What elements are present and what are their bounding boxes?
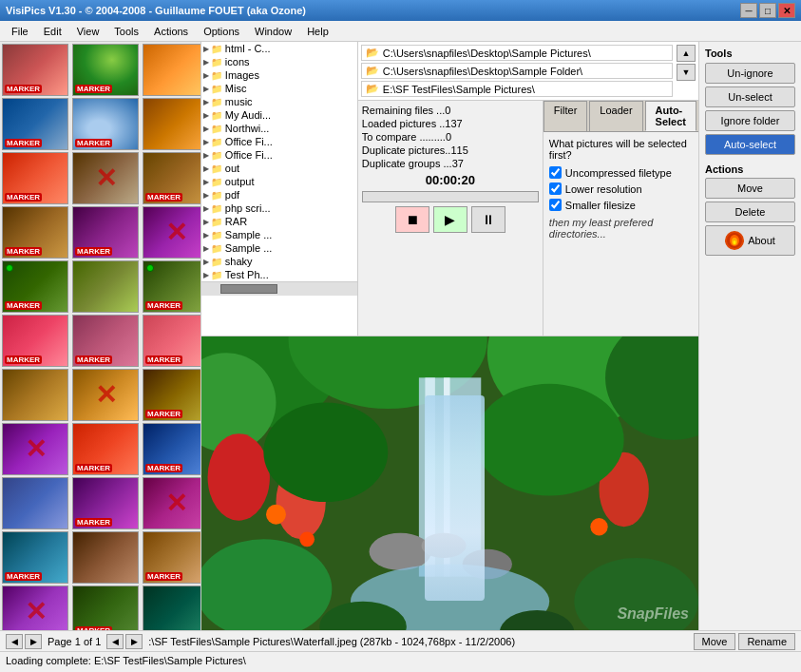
tree-item-out[interactable]: ▶ 📁 out xyxy=(201,162,357,175)
list-item[interactable]: MARKER xyxy=(72,477,139,529)
horizontal-scrollbar[interactable] xyxy=(201,281,357,296)
list-item[interactable]: ✕ xyxy=(2,586,68,630)
list-item[interactable]: MARKER xyxy=(2,315,68,367)
tree-item-north[interactable]: ▶ 📁 Northwi... xyxy=(201,122,357,135)
tree-item-images[interactable]: ▶ 📁 Images xyxy=(201,68,357,82)
lower-resolution-checkbox[interactable] xyxy=(549,182,562,195)
file-path-1[interactable]: 📂 C:\Users\snapfiles\Desktop\Sample Pict… xyxy=(361,45,673,61)
uncompressed-checkbox[interactable] xyxy=(549,166,562,179)
menu-help[interactable]: Help xyxy=(299,24,336,39)
folder-icon: 📁 xyxy=(211,203,222,214)
list-item[interactable] xyxy=(143,586,201,630)
list-item[interactable]: MARKER xyxy=(143,531,201,584)
folder-tree[interactable]: ▶ 📁 html - C... ▶ 📁 icons ▶ 📁 Images ▶ 📁 xyxy=(201,42,358,336)
tree-item-office1[interactable]: ▶ 📁 Office Fi... xyxy=(201,135,357,148)
status-move-button[interactable]: Move xyxy=(694,633,736,650)
menu-view[interactable]: View xyxy=(69,24,107,39)
green-indicator xyxy=(6,264,13,272)
tree-item-office2[interactable]: ▶ 📁 Office Fi... xyxy=(201,148,357,162)
list-item[interactable]: MARKER xyxy=(72,315,139,367)
list-item[interactable] xyxy=(2,477,68,529)
option-uncompressed[interactable]: Uncompressed filetype xyxy=(549,166,693,179)
list-item[interactable]: MARKER xyxy=(2,98,68,150)
list-item[interactable]: ✕ xyxy=(143,477,201,529)
thumbnail-grid: MARKER MARKER MARKER MARKER MARKER ✕ xyxy=(0,42,200,630)
option-lower-resolution[interactable]: Lower resolution xyxy=(549,182,693,195)
ignore-folder-button[interactable]: Ignore folder xyxy=(705,110,795,131)
tree-item-testph[interactable]: ▶ 📁 Test Ph... xyxy=(201,268,357,281)
tree-item-sample2[interactable]: ▶ 📁 Sample ... xyxy=(201,241,357,255)
status-rename-button[interactable]: Rename xyxy=(738,633,795,650)
list-item[interactable]: MARKER xyxy=(72,206,139,259)
maximize-button[interactable]: □ xyxy=(759,3,776,18)
nav-right-button[interactable]: ▶ xyxy=(125,634,143,649)
delete-button[interactable]: Delete xyxy=(705,202,795,222)
menu-window[interactable]: Window xyxy=(247,24,299,39)
folder-icon: 📁 xyxy=(211,190,222,201)
svg-point-16 xyxy=(421,533,466,558)
menu-tools[interactable]: Tools xyxy=(106,24,146,39)
tree-item-icons[interactable]: ▶ 📁 icons xyxy=(201,55,357,68)
menu-file[interactable]: File xyxy=(4,24,36,39)
path-down-button[interactable]: ▼ xyxy=(677,64,696,81)
list-item[interactable]: MARKER xyxy=(72,98,139,150)
list-item[interactable]: ✕ xyxy=(72,152,139,204)
nav-left-button[interactable]: ◀ xyxy=(106,634,124,649)
list-item[interactable]: MARKER xyxy=(72,423,139,475)
list-item[interactable]: MARKER xyxy=(2,260,68,313)
tree-expand-icon: ▶ xyxy=(203,218,209,226)
tree-item-html[interactable]: ▶ 📁 html - C... xyxy=(201,42,357,55)
smaller-filesize-checkbox[interactable] xyxy=(549,199,562,211)
tree-item-shaky[interactable]: ▶ 📁 shaky xyxy=(201,255,357,268)
tree-item-music[interactable]: ▶ 📁 music xyxy=(201,95,357,108)
list-item[interactable]: ✕ xyxy=(72,369,139,421)
tab-loader[interactable]: Loader xyxy=(589,101,642,131)
tree-item-misc[interactable]: ▶ 📁 Misc xyxy=(201,82,357,95)
list-item[interactable]: MARKER xyxy=(2,531,68,584)
tree-item-pdf[interactable]: ▶ 📁 pdf xyxy=(201,188,357,202)
page-next-button[interactable]: ▶ xyxy=(25,634,42,649)
list-item[interactable]: MARKER xyxy=(72,44,139,96)
file-path-3[interactable]: 📂 E:\SF TestFiles\Sample Pictures\ xyxy=(361,81,673,97)
page-prev-button[interactable]: ◀ xyxy=(6,634,23,649)
list-item[interactable]: MARKER xyxy=(2,206,68,259)
list-item[interactable]: ✕ xyxy=(143,206,201,259)
list-item[interactable] xyxy=(72,260,139,313)
list-item[interactable]: MARKER xyxy=(72,586,139,630)
tree-item-rar[interactable]: ▶ 📁 RAR xyxy=(201,215,357,228)
list-item[interactable]: MARKER xyxy=(143,369,201,421)
stop-button[interactable]: ⏹ xyxy=(395,206,429,233)
file-path-2[interactable]: 📂 C:\Users\snapfiles\Desktop\Sample Fold… xyxy=(361,63,673,79)
list-item[interactable]: MARKER xyxy=(143,152,201,204)
tree-item-output[interactable]: ▶ 📁 output xyxy=(201,175,357,188)
list-item[interactable] xyxy=(143,44,201,96)
list-item[interactable] xyxy=(143,98,201,150)
tree-item-php[interactable]: ▶ 📁 php scri... xyxy=(201,202,357,215)
about-button[interactable]: About xyxy=(705,225,795,256)
auto-select-button[interactable]: Auto-select xyxy=(705,134,795,155)
list-item[interactable]: MARKER xyxy=(2,152,68,204)
menu-actions[interactable]: Actions xyxy=(146,24,196,39)
play-button[interactable]: ▶ xyxy=(433,206,467,233)
option-smaller-filesize[interactable]: Smaller filesize xyxy=(549,199,693,211)
list-item[interactable] xyxy=(2,369,68,421)
close-button[interactable]: ✕ xyxy=(778,3,795,18)
list-item[interactable]: MARKER xyxy=(143,260,201,313)
unselect-button[interactable]: Un-select xyxy=(705,86,795,107)
tab-filter[interactable]: Filter xyxy=(544,101,587,131)
list-item[interactable]: MARKER xyxy=(143,315,201,367)
move-button[interactable]: Move xyxy=(705,178,795,199)
tab-auto-select[interactable]: Auto-Select xyxy=(645,101,696,131)
list-item[interactable]: MARKER xyxy=(2,44,68,96)
tree-item-myaudi[interactable]: ▶ 📁 My Audi... xyxy=(201,108,357,122)
pause-button[interactable]: ⏸ xyxy=(471,206,505,233)
unignore-button[interactable]: Un-ignore xyxy=(705,63,795,84)
menu-options[interactable]: Options xyxy=(196,24,247,39)
list-item[interactable] xyxy=(72,531,139,584)
path-up-button[interactable]: ▲ xyxy=(677,45,696,62)
minimize-button[interactable]: ─ xyxy=(740,3,757,18)
menu-edit[interactable]: Edit xyxy=(36,24,69,39)
list-item[interactable]: ✕ xyxy=(2,423,68,475)
list-item[interactable]: MARKER xyxy=(143,423,201,475)
tree-item-sample1[interactable]: ▶ 📁 Sample ... xyxy=(201,228,357,241)
